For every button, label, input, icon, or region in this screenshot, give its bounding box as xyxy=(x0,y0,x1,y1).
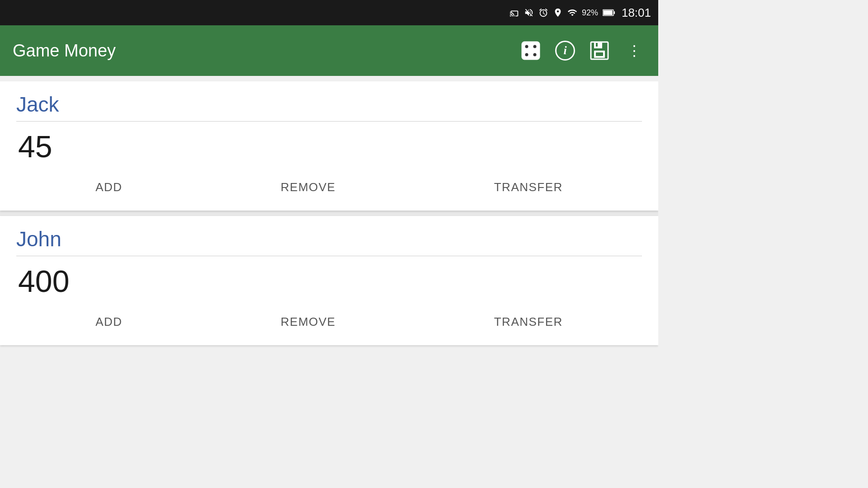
transfer-button-jack[interactable]: TRANSFER xyxy=(480,177,577,198)
svg-point-5 xyxy=(533,45,537,48)
svg-point-4 xyxy=(525,45,528,48)
save-icon xyxy=(590,41,609,61)
save-button[interactable] xyxy=(588,39,611,62)
player-card-john: John 400 ADD REMOVE TRANSFER xyxy=(0,216,658,345)
more-icon: ⋮ xyxy=(627,42,641,59)
remove-button-jack[interactable]: REMOVE xyxy=(266,177,350,198)
dice-icon xyxy=(521,41,541,61)
app-bar: Game Money i xyxy=(0,25,658,76)
transfer-button-john[interactable]: TRANSFER xyxy=(480,311,577,333)
player-actions-jack: ADD REMOVE TRANSFER xyxy=(16,173,642,203)
svg-rect-3 xyxy=(522,42,540,60)
svg-rect-11 xyxy=(596,52,603,56)
more-menu-button[interactable]: ⋮ xyxy=(622,39,646,62)
svg-rect-1 xyxy=(613,11,615,14)
add-button-john[interactable]: ADD xyxy=(81,311,137,333)
info-button[interactable]: i xyxy=(553,39,577,62)
player-balance-john: 400 xyxy=(16,263,642,299)
svg-point-7 xyxy=(525,53,528,56)
player-name-jack: Jack xyxy=(16,92,642,122)
player-balance-jack: 45 xyxy=(16,129,642,164)
status-time: 18:01 xyxy=(622,6,651,20)
location-icon xyxy=(553,8,563,18)
player-name-john: John xyxy=(16,227,642,256)
svg-rect-2 xyxy=(603,10,613,15)
dice-button[interactable] xyxy=(519,39,542,62)
remove-button-john[interactable]: REMOVE xyxy=(266,311,350,333)
battery-icon xyxy=(603,9,615,17)
add-button-jack[interactable]: ADD xyxy=(81,177,137,198)
status-bar: 92% 18:01 xyxy=(0,0,658,25)
battery-percent: 92% xyxy=(582,8,598,18)
player-card-jack: Jack 45 ADD REMOVE TRANSFER xyxy=(0,81,658,211)
player-actions-john: ADD REMOVE TRANSFER xyxy=(16,308,642,338)
mute-icon xyxy=(524,8,534,18)
svg-rect-9 xyxy=(594,42,602,48)
app-title: Game Money xyxy=(13,41,519,61)
info-icon: i xyxy=(555,41,575,61)
cast-icon xyxy=(509,8,519,18)
alarm-icon xyxy=(538,8,548,18)
svg-rect-12 xyxy=(596,43,598,47)
svg-point-6 xyxy=(533,53,537,56)
content-area: Jack 45 ADD REMOVE TRANSFER John 400 ADD… xyxy=(0,81,658,345)
signal-icon xyxy=(567,8,577,18)
